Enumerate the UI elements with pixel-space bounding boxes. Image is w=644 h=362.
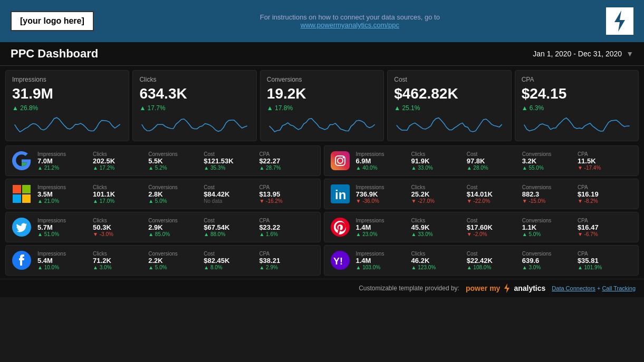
stat-label: Cost: [467, 151, 522, 157]
linkedin-icon: in: [330, 183, 351, 204]
stat-conversions: Conversions2.2K▲ 5.0%: [148, 251, 204, 270]
call-tracking-link[interactable]: Call Tracking: [602, 285, 636, 291]
stat-change: ▲ 55.0%: [522, 165, 578, 171]
stat-impressions: Impressions7.0M▲ 21.2%: [37, 151, 93, 171]
stat-change: ▲ 103.0%: [356, 265, 411, 270]
stat-conversions: Conversions5.5K▲ 5.2%: [148, 151, 204, 171]
brand-analytics: analytics: [514, 284, 545, 292]
stat-cost: Cost$67.54K▲ 88.0%: [204, 218, 259, 237]
stat-change: ▼ -17.4%: [578, 165, 633, 171]
stat-value: 3.5M: [37, 190, 93, 198]
stat-change: ▲ 10.0%: [37, 265, 93, 270]
stat-value: 101.1K: [93, 190, 148, 198]
platform-stats: Impressions736.9K▼ -36.0%Clicks25.2K▼ -2…: [356, 184, 633, 204]
stat-cost: Cost$22.42K▲ 108.0%: [467, 251, 522, 270]
stat-value: 2.8K: [148, 190, 204, 198]
stat-conversions: Conversions2.8K▲ 5.0%: [148, 184, 204, 204]
stat-value: 5.5K: [148, 157, 204, 165]
stat-change: ▼ -15.0%: [522, 198, 578, 204]
stat-label: Clicks: [93, 184, 148, 190]
stat-value: $23.22: [259, 223, 314, 231]
stat-label: CPA: [578, 184, 633, 190]
stat-change: ▼ -22.0%: [467, 198, 522, 204]
stat-change: ▲ 101.9%: [578, 265, 633, 270]
stat-value: 736.9K: [356, 190, 411, 198]
svg-rect-2: [22, 185, 31, 193]
stat-conversions: Conversions1.1K▲ 5.0%: [522, 218, 578, 237]
kpi-change: ▲ 25.1%: [394, 104, 504, 112]
stat-value: 25.2K: [411, 190, 467, 198]
yahoo-icon: Y!: [330, 250, 351, 271]
svg-text:Y!: Y!: [333, 256, 343, 267]
stat-label: Cost: [467, 218, 522, 223]
platform-stats: Impressions6.9M▲ 40.0%Clicks91.9K▲ 33.0%…: [356, 151, 633, 171]
stat-conversions: Conversions3.2K▲ 55.0%: [522, 151, 578, 171]
stat-value: $121.53K: [204, 157, 259, 165]
stat-label: Clicks: [93, 251, 148, 257]
kpi-card-impressions: Impressions31.9M▲ 26.8%: [5, 70, 129, 141]
stat-change: ▲ 108.0%: [467, 265, 522, 270]
sparkline: [12, 115, 122, 135]
instruction-link[interactable]: www.powermyanalytics.com/ppc: [301, 21, 399, 29]
svg-rect-1: [13, 185, 21, 193]
stat-change: ▲ 1.6%: [259, 231, 314, 237]
kpi-value: $24.15: [522, 85, 632, 102]
stat-conversions: Conversions2.9K▲ 85.0%: [148, 218, 204, 237]
stat-label: Impressions: [37, 251, 93, 257]
instagram-icon: [330, 150, 351, 171]
stat-cpa: CPA$35.81▲ 101.9%: [578, 251, 633, 270]
stat-value: 1.1K: [522, 223, 578, 231]
stat-label: Impressions: [356, 218, 411, 223]
platform-card-google ads: Impressions7.0M▲ 21.2%Clicks202.5K▲ 17.2…: [5, 145, 321, 176]
stat-conversions: Conversions639.6▲ 3.0%: [522, 251, 578, 270]
stat-change: ▲ 28.0%: [467, 165, 522, 171]
stat-clicks: Clicks25.2K▼ -27.0%: [411, 184, 467, 204]
stat-impressions: Impressions5.7M▲ 51.0%: [37, 218, 93, 237]
stat-label: Conversions: [148, 184, 204, 190]
stat-label: CPA: [259, 184, 314, 190]
stat-label: Cost: [204, 251, 259, 257]
stat-change: ▲ 21.2%: [37, 165, 93, 171]
footer-brand: powermy analytics: [466, 283, 545, 293]
kpi-label: Clicks: [139, 76, 249, 83]
platforms-left-col: Impressions7.0M▲ 21.2%Clicks202.5K▲ 17.2…: [5, 145, 321, 276]
svg-text:in: in: [335, 188, 346, 202]
stat-impressions: Impressions1.4M▲ 23.0%: [356, 218, 411, 237]
date-range[interactable]: Jan 1, 2020 - Dec 31, 2020 ▼: [533, 50, 633, 58]
kpi-change: ▲ 17.8%: [267, 104, 377, 112]
pinterest-icon: [330, 217, 351, 238]
kpi-row: Impressions31.9M▲ 26.8%Clicks634.3K▲ 17.…: [0, 66, 644, 145]
instruction-text: For instructions on how to connect your …: [260, 13, 440, 21]
microsoft-icon: [11, 183, 32, 204]
svg-rect-7: [331, 151, 350, 170]
stat-change: ▼ -3.0%: [93, 231, 148, 237]
sparkline: [267, 115, 377, 135]
svg-rect-4: [22, 194, 31, 203]
platform-stats: Impressions5.4M▲ 10.0%Clicks71.2K▲ 3.0%C…: [37, 251, 315, 270]
platform-card-yahoo: Y!Impressions1.4M▲ 103.0%Clicks46.2K▲ 12…: [324, 245, 639, 276]
stat-change: No data: [204, 198, 259, 204]
stat-clicks: Clicks101.1K▲ 17.0%: [93, 184, 148, 204]
data-connectors-link[interactable]: Data Connectors: [552, 285, 595, 291]
page-title: PPC Dashboard: [11, 47, 98, 61]
kpi-card-cpa: CPA$24.15▲ 6.3%: [515, 70, 639, 141]
footer-links[interactable]: Data Connectors + Call Tracking: [552, 285, 636, 291]
stat-cpa: CPA$23.22▲ 1.6%: [259, 218, 314, 237]
kpi-change: ▲ 26.8%: [12, 104, 122, 112]
stat-value: 882.3: [522, 190, 578, 198]
facebook-icon: [11, 250, 32, 271]
stat-clicks: Clicks50.3K▼ -3.0%: [93, 218, 148, 237]
stat-value: 1.4M: [356, 223, 411, 231]
stat-change: ▲ 35.3%: [204, 165, 259, 171]
stat-value: 11.5K: [578, 157, 633, 165]
kpi-value: 19.2K: [267, 85, 377, 102]
stat-change: ▼ -27.0%: [411, 198, 467, 204]
stat-label: Impressions: [356, 251, 411, 257]
stat-label: Cost: [204, 218, 259, 223]
stat-change: ▼ -8.2%: [578, 198, 633, 204]
stat-value: $22.42K: [467, 257, 522, 265]
platform-card-instagram: Impressions6.9M▲ 40.0%Clicks91.9K▲ 33.0%…: [324, 145, 639, 176]
stat-label: Conversions: [522, 251, 578, 257]
stat-value: $16.47: [578, 223, 633, 231]
stat-label: Cost: [467, 184, 522, 190]
